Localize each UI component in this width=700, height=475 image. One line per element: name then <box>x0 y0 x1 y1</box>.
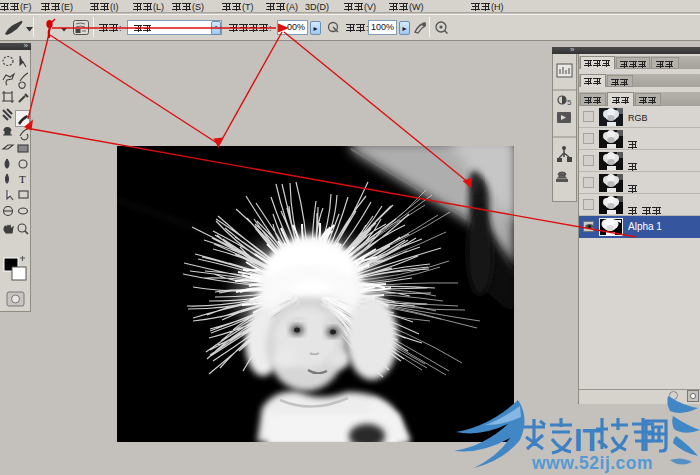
svg-text:www.52ij.com: www.52ij.com <box>531 453 653 473</box>
